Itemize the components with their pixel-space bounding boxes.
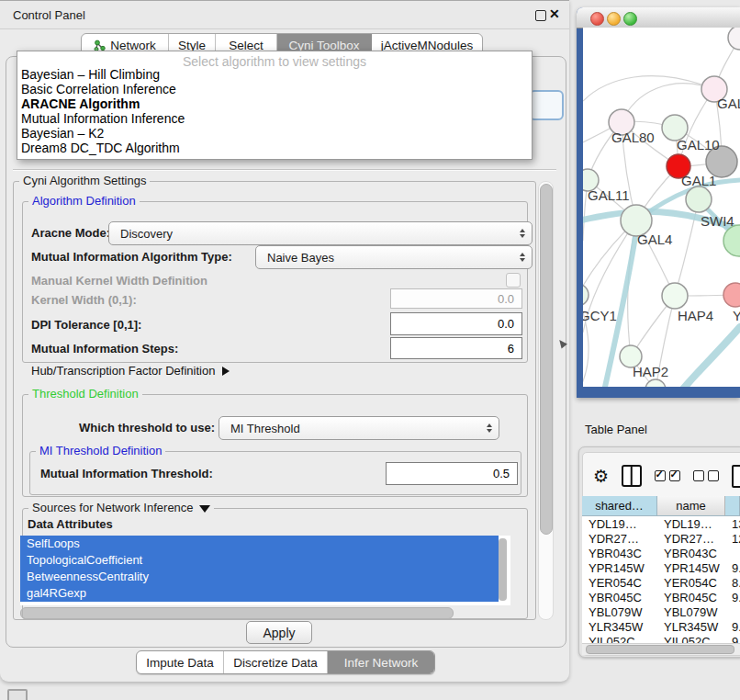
dropdown-item-bayesian-k2[interactable]: Bayesian – K2 [17,126,532,141]
column-header-2[interactable] [725,496,740,516]
which-threshold-combo[interactable]: MI Threshold [219,416,499,440]
table-cell: YER054C [582,575,657,590]
split-columns-icon[interactable] [622,465,641,487]
column-header-name[interactable]: name [657,496,725,516]
table-cell: YLR345W [657,619,725,634]
new-page-icon[interactable] [732,465,740,488]
algorithm-dropdown: Select algorithm to view settings Bayesi… [17,51,533,160]
network-edge[interactable] [583,76,714,101]
screen: Control Panel ✕ NetworkStyleSelectCyni T… [0,0,740,700]
table-row[interactable]: YIL052CYIL052C9 [582,634,740,643]
table-cell: 9. [725,560,740,575]
table-row[interactable]: YER054CYER054C8. [582,575,740,590]
attribute-item-gal4rgexp[interactable]: gal4RGexp [20,585,499,602]
table-row[interactable]: YDL19…YDL19…13 [582,516,740,531]
table-cell: 9. [725,619,740,634]
node-label: SWI4 [701,213,734,229]
table-cell: 8. [725,575,740,590]
table-cell: YBR043C [657,546,725,560]
bottom-tab-impute-data[interactable]: Impute Data [137,651,224,673]
kernel-width-field[interactable]: 0.0 [390,288,522,309]
column-header-shared-[interactable]: shared… [582,496,657,516]
network-canvas[interactable]: GAL2GAL80GAL10GAL1GAL11SWI4GAL4GCY1HAP4Y… [583,28,740,387]
node-label: GAL4 [637,231,672,247]
mi-threshold-definition-title: MI Threshold Definition [36,444,165,457]
table-row[interactable]: YBR043CYBR043C [582,546,740,560]
manual-kernel-width-label: Manual Kernel Width Definition [31,274,207,288]
sources-title[interactable]: Sources for Network Inference [28,501,214,514]
zoom-traffic-light[interactable] [623,12,637,26]
network-node[interactable] [728,28,740,50]
table-cell: YER054C [657,575,725,590]
dropdown-item-aracne-algorithm[interactable]: ARACNE Algorithm [17,96,532,111]
node-label: GAL11 [588,187,630,203]
manual-kernel-width-checkbox[interactable] [506,273,521,288]
table-cell: YBL079W [582,604,657,619]
mi-steps-field[interactable]: 6 [390,337,522,359]
node-label: GAL10 [677,137,720,152]
table-panel-title: Table Panel [585,423,647,436]
close-window-icon[interactable]: ✕ [549,6,560,21]
network-node-y[interactable] [723,283,740,307]
table-row[interactable]: YLR345WYLR345W9. [582,619,740,634]
bottom-tab-infer-network[interactable]: Infer Network [328,651,434,673]
node-table: shared…nameYDL19…YDL19…13YDR27…YDR27…12Y… [582,496,740,643]
algorithm-definition-title: Algorithm Definition [28,194,140,208]
network-node-swi4[interactable] [686,186,712,212]
dropdown-item-mutual-information-inference[interactable]: Mutual Information Inference [17,111,532,126]
mi-steps-label: Mutual Information Steps: [31,342,178,356]
control-panel-titlebar[interactable]: Control Panel ✕ [0,1,569,29]
settings-vertical-scrollbar-thumb[interactable] [540,184,553,535]
gear-icon[interactable]: ⚙ [593,468,609,485]
control-panel-title: Control Panel [13,8,85,22]
data-attributes-list: SelfLoopsTopologicalCoefficientBetweenne… [20,536,510,605]
table-row[interactable]: YBR045CYBR045C9. [582,590,740,604]
aracne-mode-value: Discovery [120,227,173,241]
float-window-icon[interactable] [535,10,546,21]
attribute-item-topologicalcoefficient[interactable]: TopologicalCoefficient [20,552,499,569]
network-node-hap4[interactable] [662,283,688,309]
hub-definition-expander[interactable]: Hub/Transcription Factor Definition [31,364,230,378]
aracne-mode-combo[interactable]: Discovery [108,221,533,245]
dropdown-item-basic-correlation-inference[interactable]: Basic Correlation Inference [17,82,532,96]
cyni-algorithm-settings-title: Cyni Algorithm Settings [19,174,150,187]
attribute-item-betweennesscentrality[interactable]: BetweennessCentrality [20,569,499,585]
table-row[interactable]: YPR145WYPR145W9. [582,560,740,575]
node-label: GAL2 [717,96,740,111]
table-cell: YDR27… [582,531,657,546]
network-icon [94,40,106,51]
network-node-gcy1[interactable] [583,284,589,306]
table-cell: YPR145W [582,560,657,575]
caret-down-icon [199,505,210,513]
mi-algorithm-type-value: Naive Bayes [267,251,334,265]
table-cell [725,604,740,619]
dropdown-item-dream8-dc-tdc-algorithm[interactable]: Dream8 DC_TDC Algorithm [17,141,532,155]
table-hscrollbar-thumb[interactable] [586,645,734,654]
dropdown-item-bayesian-hill-climbing[interactable]: Bayesian – Hill Climbing [17,67,532,82]
stepper-icon [520,253,525,262]
mutual-information-threshold-field[interactable]: 0.5 [386,462,518,485]
inference-table-combo-edge[interactable] [529,90,564,120]
attributes-list-scrollbar-thumb[interactable] [499,538,507,601]
table-cell: YLR345W [582,619,657,634]
unchecked-pair-icon[interactable] [693,470,719,481]
table-cell: YBR045C [657,590,725,604]
network-edge-thick[interactable] [677,327,740,387]
table-header-row: shared…name [582,496,740,516]
node-label: HAP2 [633,364,668,379]
table-cell [725,546,740,560]
bottom-tab-discretize-data[interactable]: Discretize Data [224,651,328,673]
apply-button[interactable]: Apply [246,621,312,644]
table-row[interactable]: YBL079WYBL079W [582,604,740,619]
checked-pair-icon[interactable] [655,470,680,481]
minimize-traffic-light[interactable] [607,12,621,26]
which-threshold-value: MI Threshold [230,422,300,435]
bottom-tabbar: Impute DataDiscretize DataInfer Network [136,650,435,674]
mi-algorithm-type-combo[interactable]: Naive Bayes [255,245,533,269]
algorithm-dropdown-items: Bayesian – Hill ClimbingBasic Correlatio… [17,67,532,155]
minimized-panel-icon[interactable] [7,689,28,700]
attribute-item-selfloops[interactable]: SelfLoops [20,536,499,552]
dpi-tolerance-field[interactable]: 0.0 [390,312,522,335]
close-traffic-light[interactable] [590,12,604,26]
table-row[interactable]: YDR27…YDR27…12 [582,531,740,546]
